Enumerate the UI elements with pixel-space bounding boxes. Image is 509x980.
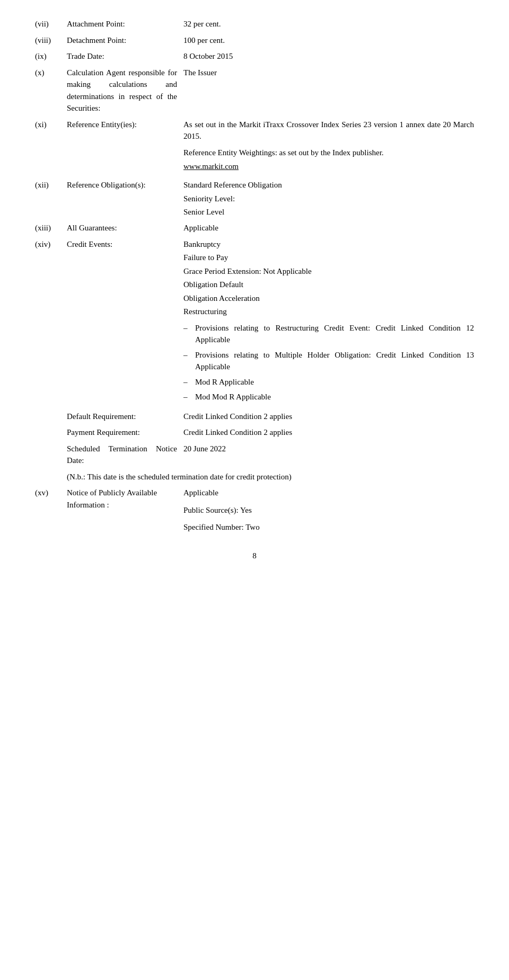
applicable-text: Applicable bbox=[183, 487, 474, 499]
specified-number: Specified Number: Two bbox=[183, 521, 474, 533]
row-label: Reference Entity(ies): bbox=[64, 117, 180, 145]
roman-numeral bbox=[32, 424, 64, 441]
row-value: 20 June 2022 bbox=[180, 441, 477, 469]
table-row: (xii) Reference Obligation(s): Standard … bbox=[32, 177, 477, 220]
row-value: Applicable Public Source(s): Yes Specifi… bbox=[180, 485, 477, 536]
dash-item-mod-mod-r: – Mod Mod R Applicable bbox=[183, 391, 474, 403]
bankruptcy: Bankruptcy bbox=[183, 238, 474, 251]
dash-char: – bbox=[183, 349, 195, 373]
roman-numeral: (xi) bbox=[32, 117, 64, 145]
dash-text-restructuring: Provisions relating to Restructuring Cre… bbox=[195, 322, 474, 346]
seniority-label: Seniority Level: bbox=[183, 193, 474, 205]
roman-numeral bbox=[32, 145, 64, 177]
page-container: (vii) Attachment Point: 32 per cent. (vi… bbox=[32, 16, 477, 560]
table-row: (ix) Trade Date: 8 October 2015 bbox=[32, 48, 477, 65]
obligation-acceleration: Obligation Acceleration bbox=[183, 292, 474, 305]
row-value: As set out in the Markit iTraxx Crossove… bbox=[180, 117, 477, 145]
obligation-default: Obligation Default bbox=[183, 279, 474, 291]
table-row: Default Requirement: Credit Linked Condi… bbox=[32, 408, 477, 425]
roman-numeral: (vii) bbox=[32, 16, 64, 32]
row-value: 32 per cent. bbox=[180, 16, 477, 32]
row-value: Reference Entity Weightings: as set out … bbox=[180, 145, 477, 177]
public-sources: Public Source(s): Yes bbox=[183, 504, 474, 516]
row-label: Default Requirement: bbox=[64, 408, 180, 425]
roman-numeral: (xiii) bbox=[32, 220, 64, 236]
weightings-text: Reference Entity Weightings: as set out … bbox=[183, 147, 474, 159]
row-label: Notice of Publicly Available Information… bbox=[64, 485, 180, 536]
table-row: Payment Requirement: Credit Linked Condi… bbox=[32, 424, 477, 441]
table-row: Reference Entity Weightings: as set out … bbox=[32, 145, 477, 177]
row-value: Applicable bbox=[180, 220, 477, 236]
dash-text-mod-mod-r: Mod Mod R Applicable bbox=[195, 391, 474, 403]
table-row: (x) Calculation Agent responsible for ma… bbox=[32, 65, 477, 117]
row-value: 8 October 2015 bbox=[180, 48, 477, 65]
row-value: Credit Linked Condition 2 applies bbox=[180, 424, 477, 441]
roman-numeral: (xiv) bbox=[32, 236, 64, 408]
dash-char: – bbox=[183, 391, 195, 403]
roman-numeral bbox=[32, 408, 64, 425]
roman-numeral bbox=[32, 469, 64, 485]
row-value: Standard Reference Obligation Seniority … bbox=[180, 177, 477, 220]
table-row: (xiii) All Guarantees: Applicable bbox=[32, 220, 477, 236]
row-value: Bankruptcy Failure to Pay Grace Period E… bbox=[180, 236, 477, 408]
table-row: (xv) Notice of Publicly Available Inform… bbox=[32, 485, 477, 536]
markit-link[interactable]: www.markit.com bbox=[183, 161, 474, 173]
table-row: (viii) Detachment Point: 100 per cent. bbox=[32, 32, 477, 49]
table-row: (vii) Attachment Point: 32 per cent. bbox=[32, 16, 477, 32]
table-row: Scheduled Termination Notice Date: 20 Ju… bbox=[32, 441, 477, 469]
roman-numeral: (xii) bbox=[32, 177, 64, 220]
row-label bbox=[64, 145, 180, 177]
dash-text-mod-r: Mod R Applicable bbox=[195, 376, 474, 388]
roman-numeral: (viii) bbox=[32, 32, 64, 49]
grace-period-extension: Grace Period Extension: Not Applicable bbox=[183, 265, 474, 278]
roman-numeral: (x) bbox=[32, 65, 64, 117]
row-label: Payment Requirement: bbox=[64, 424, 180, 441]
row-label: Attachment Point: bbox=[64, 16, 180, 32]
row-label: All Guarantees: bbox=[64, 220, 180, 236]
dash-char: – bbox=[183, 376, 195, 388]
roman-numeral bbox=[32, 441, 64, 469]
main-table: (vii) Attachment Point: 32 per cent. (vi… bbox=[32, 16, 477, 536]
row-label: Detachment Point: bbox=[64, 32, 180, 49]
restructuring: Restructuring bbox=[183, 306, 474, 318]
row-value: 100 per cent. bbox=[180, 32, 477, 49]
row-label: Reference Obligation(s): bbox=[64, 177, 180, 220]
row-value: Credit Linked Condition 2 applies bbox=[180, 408, 477, 425]
page-number: 8 bbox=[32, 551, 477, 560]
table-row: (N.b.: This date is the scheduled termin… bbox=[32, 469, 477, 485]
row-value: The Issuer bbox=[180, 65, 477, 117]
table-row: (xi) Reference Entity(ies): As set out i… bbox=[32, 117, 477, 145]
roman-numeral: (xv) bbox=[32, 485, 64, 536]
dash-text-multiple-holder: Provisions relating to Multiple Holder O… bbox=[195, 349, 474, 373]
dash-item-mod-r: – Mod R Applicable bbox=[183, 376, 474, 388]
std-ref-obligation: Standard Reference Obligation bbox=[183, 179, 474, 191]
row-label: Calculation Agent responsible for making… bbox=[64, 65, 180, 117]
note-text: (N.b.: This date is the scheduled termin… bbox=[64, 469, 477, 485]
roman-numeral: (ix) bbox=[32, 48, 64, 65]
row-label: Scheduled Termination Notice Date: bbox=[64, 441, 180, 469]
table-row: (xiv) Credit Events: Bankruptcy Failure … bbox=[32, 236, 477, 408]
failure-to-pay: Failure to Pay bbox=[183, 252, 474, 264]
row-label: Trade Date: bbox=[64, 48, 180, 65]
senior-level: Senior Level bbox=[183, 206, 474, 218]
dash-item-multiple-holder: – Provisions relating to Multiple Holder… bbox=[183, 349, 474, 373]
row-label: Credit Events: bbox=[64, 236, 180, 408]
dash-item-restructuring: – Provisions relating to Restructuring C… bbox=[183, 322, 474, 346]
dash-char: – bbox=[183, 322, 195, 346]
